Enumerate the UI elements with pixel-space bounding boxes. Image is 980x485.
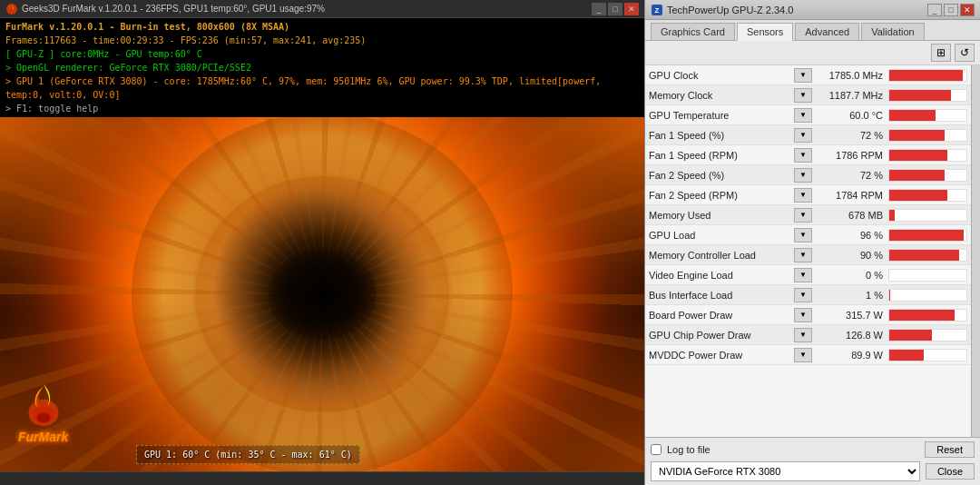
sensor-bar-4 [889, 150, 947, 161]
sensor-row: Fan 1 Speed (RPM) ▼ 1786 RPM [645, 145, 971, 165]
sensors-area: GPU Clock ▼ 1785.0 MHz Memory Clock ▼ 11… [645, 65, 980, 437]
sensor-bar-3 [889, 130, 945, 141]
gpuz-titlebar-buttons: _ □ ✕ [927, 4, 975, 16]
sensor-dropdown-14[interactable]: ▼ [794, 348, 812, 362]
sensor-value-3: 72 % [816, 130, 888, 141]
sensor-name-1: Memory Clock [649, 90, 794, 101]
refresh-button[interactable]: ↺ [955, 44, 975, 62]
sensor-row: Memory Controller Load ▼ 90 % [645, 245, 971, 265]
sensor-dropdown-8[interactable]: ▼ [794, 228, 812, 242]
sensor-bar-2 [889, 110, 936, 121]
sensor-dropdown-6[interactable]: ▼ [794, 188, 812, 203]
close-button[interactable]: Close [926, 463, 975, 480]
sensor-row: Fan 2 Speed (RPM) ▼ 1784 RPM [645, 185, 971, 205]
svg-text:Z: Z [655, 6, 660, 15]
furmark-maximize-button[interactable]: □ [608, 3, 622, 15]
svg-point-3 [36, 413, 50, 423]
logo-fire-icon [21, 378, 66, 428]
sensor-bar-container-14 [888, 349, 967, 361]
sensor-name-2: GPU Temperature [649, 110, 794, 121]
reset-button[interactable]: Reset [925, 441, 975, 458]
sensor-value-10: 0 % [816, 270, 888, 281]
sensor-row: MVDDC Power Draw ▼ 89.9 W [645, 345, 971, 365]
gpuz-close-button[interactable]: ✕ [960, 4, 975, 16]
sensor-value-6: 1784 RPM [816, 190, 888, 201]
sensor-value-1: 1187.7 MHz [816, 90, 888, 101]
sensor-bar-container-0 [888, 69, 967, 82]
sensor-dropdown-2[interactable]: ▼ [794, 108, 812, 123]
sensor-value-13: 126.8 W [816, 330, 888, 341]
sensor-dropdown-10[interactable]: ▼ [794, 268, 812, 282]
sensor-bar-container-3 [888, 129, 967, 142]
gpuz-bottom-panel: Log to file Reset NVIDIA GeForce RTX 308… [645, 437, 980, 485]
sensor-value-9: 90 % [816, 250, 888, 261]
sensor-value-2: 60.0 °C [816, 110, 888, 121]
scrollbar[interactable] [971, 65, 980, 437]
sensor-dropdown-9[interactable]: ▼ [794, 248, 812, 262]
sensor-dropdown-12[interactable]: ▼ [794, 308, 812, 322]
sensor-dropdown-5[interactable]: ▼ [794, 168, 812, 183]
sensor-dropdown-11[interactable]: ▼ [794, 288, 812, 302]
copy-button[interactable]: ⊞ [931, 44, 951, 62]
sensor-name-8: GPU Load [649, 230, 794, 241]
sensor-name-5: Fan 2 Speed (%) [649, 170, 794, 181]
furmark-window-title: Geeks3D FurMark v.1.20.0.1 - 236FPS, GPU… [22, 4, 325, 14]
gpuz-tabs: Graphics Card Sensors Advanced Validatio… [645, 20, 980, 41]
sensor-dropdown-1[interactable]: ▼ [794, 88, 812, 103]
sensor-bar-8 [889, 230, 964, 241]
sensor-dropdown-4[interactable]: ▼ [794, 148, 812, 163]
gpuz-toolbar: ⊞ ↺ [645, 41, 980, 65]
gpuz-minimize-button[interactable]: _ [927, 4, 942, 16]
sensor-bar-11 [889, 290, 890, 301]
sensor-bar-container-2 [888, 109, 967, 122]
sensor-value-4: 1786 RPM [816, 150, 888, 161]
sensor-name-6: Fan 2 Speed (RPM) [649, 190, 794, 201]
sensor-dropdown-3[interactable]: ▼ [794, 128, 812, 143]
sensor-bar-9 [889, 250, 959, 261]
sensor-name-10: Video Engine Load [649, 270, 794, 281]
sensor-dropdown-7[interactable]: ▼ [794, 208, 812, 223]
sensor-bar-container-4 [888, 149, 967, 162]
sensor-row: GPU Load ▼ 96 % [645, 225, 971, 245]
sensor-name-13: GPU Chip Power Draw [649, 330, 794, 341]
sensor-row: GPU Temperature ▼ 60.0 °C [645, 105, 971, 125]
log-row: Log to file Reset [651, 441, 975, 458]
gpuz-maximize-button[interactable]: □ [944, 4, 958, 16]
tab-validation[interactable]: Validation [861, 23, 925, 40]
sensor-name-9: Memory Controller Load [649, 250, 794, 261]
logo-text-label: FurMark [18, 430, 68, 444]
furmark-minimize-button[interactable]: _ [592, 3, 606, 15]
sensor-name-12: Board Power Draw [649, 310, 794, 321]
sensor-value-12: 315.7 W [816, 310, 888, 321]
furmark-panel: Geeks3D FurMark v.1.20.0.1 - 236FPS, GPU… [0, 0, 644, 485]
log-to-file-checkbox[interactable] [651, 444, 662, 455]
sensor-bar-6 [889, 190, 947, 201]
svg-point-0 [6, 4, 17, 15]
furmark-gpu-detail-line: > GPU 1 (GeForce RTX 3080) - core: 1785M… [5, 74, 639, 102]
gpuz-panel: Z TechPowerUp GPU-Z 2.34.0 _ □ ✕ Graphic… [644, 0, 980, 485]
sensor-row: Fan 2 Speed (%) ▼ 72 % [645, 165, 971, 185]
sensor-dropdown-0[interactable]: ▼ [794, 68, 812, 83]
sensor-value-0: 1785.0 MHz [816, 70, 888, 81]
furmark-close-button[interactable]: ✕ [624, 3, 639, 15]
gpu-selector[interactable]: NVIDIA GeForce RTX 3080 [651, 461, 920, 481]
sensor-row: Memory Used ▼ 678 MB [645, 205, 971, 225]
sensor-row: Bus Interface Load ▼ 1 % [645, 285, 971, 305]
furmark-f1-line: > F1: toggle help [5, 102, 639, 115]
sensor-value-8: 96 % [816, 230, 888, 241]
sensor-value-14: 89.9 W [816, 350, 888, 361]
tab-sensors[interactable]: Sensors [737, 23, 793, 41]
sensor-bar-container-1 [888, 89, 967, 102]
gpuz-app-icon: Z [651, 4, 663, 16]
sensor-bar-container-11 [888, 289, 967, 302]
sensor-name-14: MVDDC Power Draw [649, 350, 794, 361]
furmark-gpuz-line: [ GPU-Z ] core:0MHz - GPU temp:60° C [5, 47, 639, 61]
furmark-titlebar-buttons: _ □ ✕ [592, 3, 639, 15]
sensor-value-11: 1 % [816, 290, 888, 301]
tab-graphics-card[interactable]: Graphics Card [651, 23, 735, 40]
tab-advanced[interactable]: Advanced [795, 23, 859, 40]
gpu-temp-display: GPU 1: 60° C (min: 35° C - max: 61° C) [136, 445, 360, 464]
sensor-dropdown-13[interactable]: ▼ [794, 328, 812, 342]
sensor-name-11: Bus Interface Load [649, 290, 794, 301]
furmark-title-line: FurMark v.1.20.0.1 - Burn-in test, 800x6… [5, 20, 639, 34]
